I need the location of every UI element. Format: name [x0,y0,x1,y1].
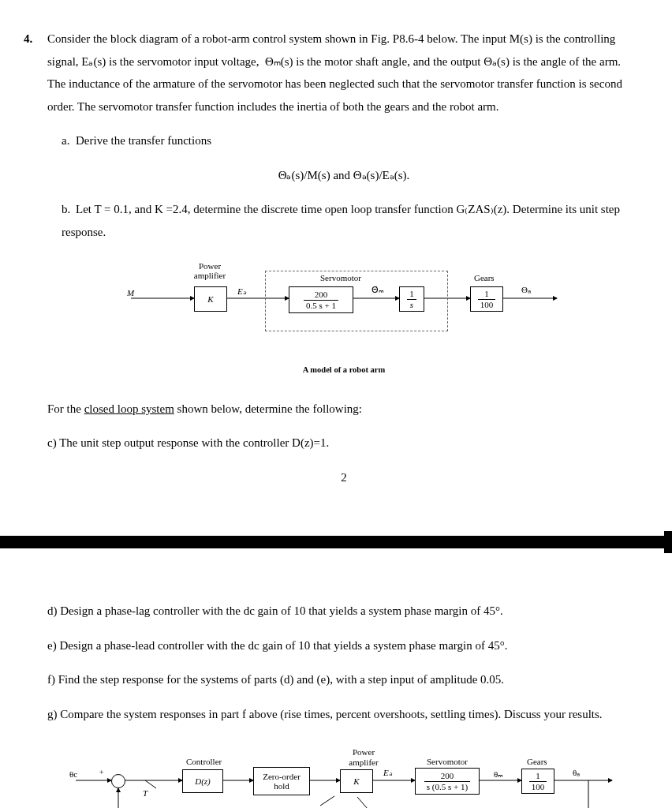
block-diagram-closed-loop: θc + T Controller D(z) Zero-order hold P… [68,741,620,808]
part-c: c) The unit step output response with th… [47,432,640,454]
gear-den: 100 [478,300,496,309]
block-K2: K [340,769,373,793]
page-divider [0,536,672,548]
servo2-den: s (0.5 s + 1) [424,782,470,791]
mid1-text: For the [47,402,84,415]
block-Dz: D(z) [182,769,223,793]
part-b: b.Let T = 0.1, and K =2.4, determine the… [62,198,640,243]
svg-line-13 [320,796,334,806]
part-g: g) Compare the system responses in part … [47,703,640,726]
label-power-amplifier2: Power amplifer [340,747,387,766]
question-intro: 4.Consider the block diagram of a robot-… [47,28,640,118]
block-servo-tf2: 200s (0.5 s + 1) [415,768,480,795]
block-servo-tf: 2000.5 s + 1 [289,286,353,313]
label-power-amplifier: Power amplifier [186,261,233,280]
intro-text: Consider the block diagram of a robot-ar… [47,32,622,113]
tf-equation: Θₐ(s)/M(s) and Θₐ(s)/Eₐ(s). [47,164,640,187]
part-a: a.Derive the transfer functions [62,129,640,152]
label-gears2: Gears [527,757,547,766]
mid2-text: shown below, determine the following: [174,402,362,415]
text-Dz: D(z) [195,776,211,786]
sum-plus: + [99,768,104,776]
part-b-letter: b. [62,198,76,221]
signal-theta-m-dot: Θ̇ₘ [371,285,384,294]
signal-theta-m2: θₘ [494,769,503,779]
sample-T: T [143,788,147,798]
servo-tf-num: 200 [304,290,338,301]
signal-Ea: Eₐ [237,286,246,296]
signal-theta-c: θc [69,769,77,779]
block-zoh: Zero-order hold [253,767,310,795]
page-number: 2 [47,466,640,489]
gear2-num: 1 [529,772,547,782]
block-integrator: 1s [399,286,424,312]
part-f: f) Find the step response for the system… [47,668,640,691]
part-a-letter: a. [62,129,76,152]
mid-underline: closed loop system [84,402,174,415]
closed-loop-intro: For the closed loop system shown below, … [47,398,640,421]
servo2-num: 200 [424,772,470,782]
signal-M: M [127,288,134,297]
gear2-den: 100 [529,782,547,791]
summing-junction [111,774,125,788]
label-servomotor2: Servomotor [427,757,468,766]
svg-line-12 [145,780,156,788]
label-servomotor: Servomotor [320,273,361,282]
part-d: d) Design a phase-lag controller with th… [47,600,640,623]
svg-line-14 [357,797,368,808]
int-num: 1 [407,290,416,300]
signal-theta-a2: θₐ [573,768,580,777]
diagram1-caption: A model of a robot arm [47,362,640,378]
label-gears: Gears [474,273,495,282]
signal-theta-a: Θₐ [521,285,531,294]
block-K: K [194,286,227,312]
label-controller: Controller [186,757,222,766]
part-b-text: Let T = 0.1, and K =2.4, determine the d… [62,203,620,238]
block-gears2: 1100 [521,769,554,794]
servo-tf-den: 0.5 s + 1 [304,301,338,310]
block-diagram-open-loop: M Power amplifier K Eₐ Servomotor 2000.5… [107,255,581,357]
int-den: s [407,300,416,309]
text-K2: K [353,776,359,786]
block-gears: 1100 [470,286,503,312]
signal-Ea2: Eₐ [383,768,392,777]
part-a-text: Derive the transfer functions [76,134,211,147]
question-number: 4. [24,28,47,50]
text-K: K [207,294,213,304]
part-e: e) Design a phase-lead controller with t… [47,634,640,657]
gear-num: 1 [478,290,496,300]
